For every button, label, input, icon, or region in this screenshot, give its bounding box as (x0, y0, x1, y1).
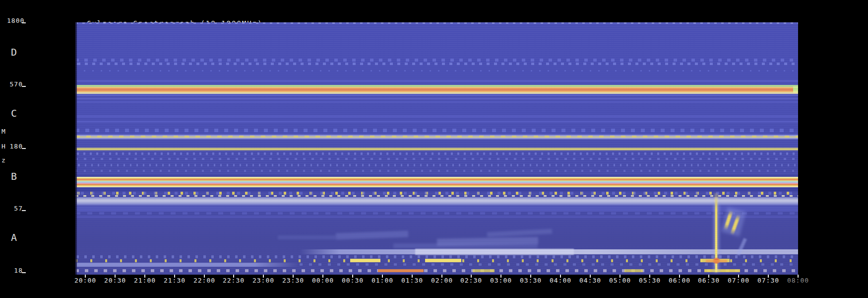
time-tick-label: 07:00 (723, 277, 754, 284)
time-tick-label: 23:00 (248, 277, 279, 284)
time-tick-label: 01:30 (396, 277, 428, 284)
time-tick-label: 06:00 (664, 277, 695, 284)
time-tick-label: 21:30 (159, 277, 190, 284)
x-axis-time: 20:0020:3021:0021:3022:0022:3023:0023:30… (0, 0, 868, 298)
time-tick-label: 05:30 (634, 277, 666, 284)
time-tick-label: 00:00 (307, 277, 339, 284)
time-tick-label: 03:30 (515, 277, 547, 284)
time-tick-label: 21:00 (129, 277, 161, 284)
time-tick-label: 20:00 (69, 277, 101, 284)
time-tick-label: 22:30 (218, 277, 249, 284)
time-tick-label: 01:00 (367, 277, 398, 284)
time-tick-label: 22:00 (188, 277, 220, 284)
time-tick-label: 05:00 (604, 277, 636, 284)
time-tick-label: 03:00 (485, 277, 517, 284)
time-tick-label: 06:30 (693, 277, 725, 284)
time-tick-label: 02:00 (426, 277, 458, 284)
time-tick-label: 04:00 (545, 277, 576, 284)
time-tick-label: 02:30 (455, 277, 487, 284)
time-tick-label: 00:30 (337, 277, 369, 284)
time-tick-label: 08:00 (782, 277, 814, 284)
time-tick-label: 04:30 (574, 277, 606, 284)
culgoora-spectrograph-screen: Culgoora Spectrograph (18-1800MHz) Perio… (0, 0, 868, 298)
time-tick-label: 07:30 (752, 277, 784, 284)
time-tick-label: 23:30 (277, 277, 309, 284)
time-tick-label: 20:30 (99, 277, 131, 284)
